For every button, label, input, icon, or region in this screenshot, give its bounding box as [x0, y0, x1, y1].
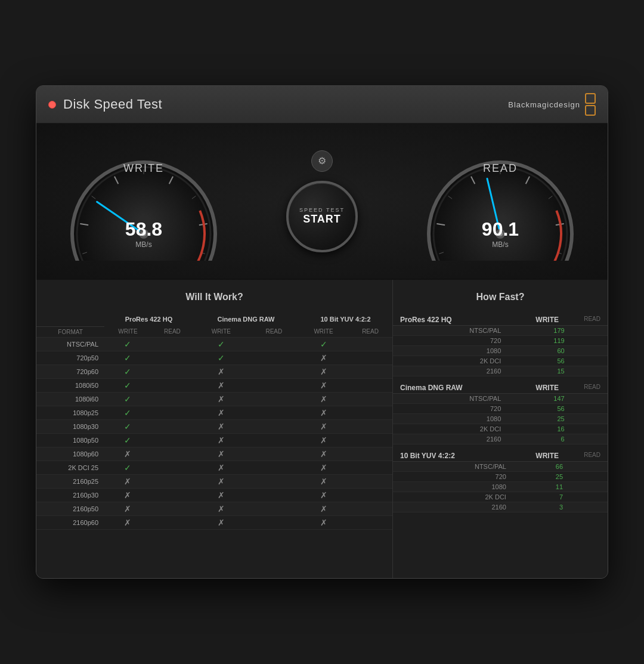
- check-cell: [249, 378, 299, 392]
- table-row: 1080p50✓✗✗: [36, 433, 392, 447]
- fast-write-value: 3: [513, 502, 570, 512]
- fast-format-name: 1080: [393, 414, 508, 424]
- check-cell: [348, 351, 392, 365]
- fast-format-name: NTSC/PAL: [393, 326, 508, 336]
- read-label: READ: [483, 162, 518, 175]
- how-fast-panel: How Fast? ProRes 422 HQ WRITE READ NTSC/…: [393, 280, 608, 578]
- fast-format-name: 2K DCI: [393, 492, 513, 502]
- fast-row: NTSC/PAL179: [393, 326, 608, 336]
- fast-write-value: 179: [508, 326, 571, 336]
- check-cell: [348, 406, 392, 419]
- check-cell: ✗: [299, 433, 348, 447]
- table-row: 720p50✓✓✗: [36, 351, 392, 365]
- codec-title: ProRes 422 HQ: [400, 316, 452, 324]
- fast-write-value: 7: [513, 492, 570, 502]
- fast-read-value: [572, 366, 608, 376]
- check-cell: ✗: [299, 502, 348, 515]
- format-cell: 2160p30: [36, 488, 104, 502]
- check-cell: [249, 392, 299, 406]
- format-cell: 2160p60: [36, 515, 104, 529]
- check-cell: [249, 502, 299, 515]
- app-title: Disk Speed Test: [63, 97, 162, 112]
- fast-read-value: [572, 424, 608, 434]
- format-column-header: [36, 312, 104, 326]
- format-cell: 720p50: [36, 351, 104, 365]
- codec-title: Cinema DNG RAW: [400, 384, 463, 392]
- check-cell: [151, 447, 193, 461]
- table-row: 2160p25✗✗✗: [36, 474, 392, 488]
- settings-button[interactable]: ⚙: [311, 150, 333, 172]
- check-cell: ✗: [299, 406, 348, 419]
- check-cell: [151, 474, 193, 488]
- read-value: 90.1 MB/s: [482, 218, 519, 249]
- check-cell: ✗: [193, 502, 249, 515]
- format-cell: 2160p25: [36, 474, 104, 488]
- check-cell: ✓: [104, 337, 151, 351]
- fast-read-value: [572, 336, 608, 346]
- results-section: Will It Work? ProRes 422 HQ Cinema DNG R…: [36, 280, 608, 578]
- check-cell: [249, 433, 299, 447]
- check-cell: ✗: [193, 474, 249, 488]
- table-row: 1080p60✗✗✗: [36, 447, 392, 461]
- check-cell: [249, 406, 299, 419]
- check-cell: ✓: [104, 351, 151, 365]
- fast-write-value: 15: [508, 366, 571, 376]
- fast-format-name: 720: [393, 404, 508, 414]
- table-row: 2160p60✗✗✗: [36, 515, 392, 529]
- fast-row: 720119: [393, 336, 608, 346]
- start-button[interactable]: SPEED TEST START: [286, 181, 358, 252]
- check-cell: ✓: [104, 406, 151, 419]
- check-cell: [348, 419, 392, 433]
- fast-table: NTSC/PAL147720561080252K DCI1621606: [393, 394, 608, 444]
- fast-format-name: NTSC/PAL: [393, 462, 513, 472]
- table-row: 1080p30✓✗✗: [36, 419, 392, 433]
- check-cell: ✗: [299, 419, 348, 433]
- check-cell: [151, 351, 193, 365]
- app-window: Disk Speed Test Blackmagicdesign WRITE 5…: [36, 85, 608, 579]
- fast-format-name: 2K DCI: [393, 424, 508, 434]
- check-cell: [151, 406, 193, 419]
- check-cell: [249, 515, 299, 529]
- fast-format-name: 2160: [393, 434, 508, 444]
- fast-format-name: 1080: [393, 346, 508, 356]
- center-controls: ⚙ SPEED TEST START: [286, 150, 358, 252]
- fast-read-value: [570, 492, 608, 502]
- fast-format-name: 720: [393, 472, 513, 482]
- table-row: 1080p25✓✗✗: [36, 406, 392, 419]
- how-fast-content: ProRes 422 HQ WRITE READ NTSC/PAL1797201…: [393, 312, 608, 512]
- table-row: 1080i50✓✗✗: [36, 378, 392, 392]
- check-cell: ✗: [193, 378, 249, 392]
- fast-row: 21606: [393, 434, 608, 444]
- format-cell: NTSC/PAL: [36, 337, 104, 351]
- col-labels: WRITE READ: [535, 384, 600, 392]
- fast-format-name: 720: [393, 336, 508, 346]
- write-gauge: WRITE 58.8 MB/s: [60, 141, 227, 261]
- fast-row: 72056: [393, 404, 608, 414]
- check-cell: ✗: [104, 502, 151, 515]
- check-cell: ✗: [193, 365, 249, 378]
- codec-title: 10 Bit YUV 4:2:2: [400, 452, 455, 460]
- table-row: 2160p30✗✗✗: [36, 488, 392, 502]
- check-cell: [348, 392, 392, 406]
- check-cell: ✗: [193, 433, 249, 447]
- read-gauge-container: READ 90.1 MB/s: [417, 141, 584, 261]
- format-cell: 720p60: [36, 365, 104, 378]
- check-cell: [151, 502, 193, 515]
- table-row: 1080i60✓✗✗: [36, 392, 392, 406]
- close-button[interactable]: [48, 101, 56, 109]
- fast-write-value: 147: [508, 394, 571, 404]
- table-row: 720p60✓✗✗: [36, 365, 392, 378]
- check-cell: [348, 433, 392, 447]
- fast-format-name: NTSC/PAL: [393, 394, 508, 404]
- check-cell: [151, 419, 193, 433]
- check-cell: [249, 419, 299, 433]
- fast-write-value: 60: [508, 346, 571, 356]
- fast-write-value: 11: [513, 482, 570, 492]
- brand-icon-top: [585, 93, 596, 104]
- fast-format-name: 2160: [393, 366, 508, 376]
- fast-table: NTSC/PAL66720251080112K DCI721603: [393, 462, 608, 512]
- read-sub-2: READ: [249, 326, 299, 337]
- fast-row: 21603: [393, 502, 608, 512]
- fast-row: 108011: [393, 482, 608, 492]
- fast-row: 216015: [393, 366, 608, 376]
